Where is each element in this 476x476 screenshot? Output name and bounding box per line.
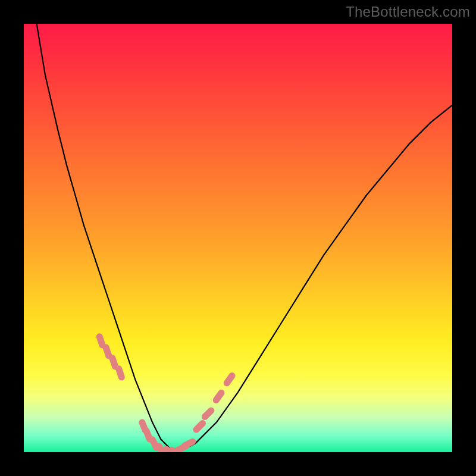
watermark-text: TheBottleneck.com <box>346 4 470 20</box>
curve-marker <box>115 365 126 381</box>
curve-markers <box>95 333 236 452</box>
curve-line <box>37 24 452 452</box>
curve-marker <box>192 419 207 434</box>
curve-marker <box>201 406 216 421</box>
curve-marker <box>180 437 197 450</box>
plot-area <box>24 24 452 452</box>
curve-marker <box>223 371 237 388</box>
bottleneck-curve <box>24 24 452 452</box>
chart-frame: TheBottleneck.com <box>0 0 476 476</box>
curve-marker <box>212 389 226 405</box>
